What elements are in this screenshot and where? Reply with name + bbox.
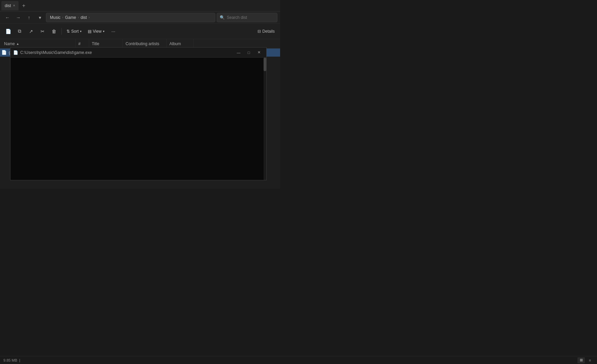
active-tab[interactable]: dist ×: [1, 1, 19, 10]
breadcrumb-music[interactable]: Music: [49, 15, 61, 20]
share-button[interactable]: ↗: [26, 26, 36, 37]
breadcrumb-dist[interactable]: dist: [80, 15, 88, 20]
forward-icon: →: [16, 15, 21, 20]
new-tab-button[interactable]: +: [19, 1, 29, 10]
new-item-button[interactable]: 📄: [3, 26, 13, 37]
toolbar: 📄 ⧉ ↗ ✂ 🗑 ⇅ Sort ▾ ▤ View ▾ ··· ⊟: [0, 24, 280, 39]
copy-button[interactable]: ⧉: [14, 26, 25, 37]
back-button[interactable]: ←: [3, 13, 12, 22]
chevron-icon-3: ›: [88, 16, 89, 19]
col-hash-label: #: [78, 41, 81, 46]
breadcrumb[interactable]: Music › Game › dist ›: [46, 13, 215, 22]
col-header-album[interactable]: Album: [167, 39, 194, 48]
status-indicator: |: [19, 358, 20, 362]
sort-icon: ⇅: [66, 29, 70, 34]
view-icon: ▤: [88, 29, 91, 34]
sub-window-title: 📄 C:\Users\hp\Music\Game\dist\game.exe: [13, 50, 92, 55]
maximize-button[interactable]: □: [244, 49, 253, 56]
breadcrumb-game[interactable]: Game: [64, 15, 77, 20]
col-name-label: Name: [4, 41, 15, 46]
status-bar: 9.85 MB | ⊞ ≡: [0, 356, 597, 364]
up-button[interactable]: ↑: [24, 13, 34, 22]
list-view-icon: ≡: [589, 358, 591, 362]
sub-window: 📄 C:\Users\hp\Music\Game\dist\game.exe —…: [10, 47, 267, 180]
sub-window-path: C:\Users\hp\Music\Game\dist\game.exe: [20, 50, 92, 55]
new-icon: 📄: [5, 29, 11, 34]
col-header-title[interactable]: Title: [89, 39, 123, 48]
search-input[interactable]: [227, 15, 274, 20]
sub-window-titlebar: 📄 C:\Users\hp\Music\Game\dist\game.exe —…: [10, 48, 266, 58]
delete-button[interactable]: 🗑: [49, 26, 59, 37]
details-label: Details: [262, 29, 275, 34]
view-chevron-icon: ▾: [103, 30, 105, 33]
sort-chevron-icon: ▾: [80, 30, 82, 33]
sort-arrow-icon: ▲: [16, 42, 19, 46]
col-album-label: Album: [169, 41, 181, 46]
status-right: ⊞ ≡: [577, 357, 594, 363]
scrollbar-thumb[interactable]: [264, 58, 266, 71]
view-label: View: [93, 29, 102, 34]
share-icon: ↗: [29, 29, 33, 34]
scrollbar-track[interactable]: [264, 58, 266, 180]
chevron-icon-1: ›: [62, 16, 63, 19]
sort-label: Sort: [71, 29, 79, 34]
cut-button[interactable]: ✂: [37, 26, 48, 37]
cut-icon: ✂: [40, 29, 45, 34]
details-button[interactable]: ⊟ Details: [255, 26, 277, 37]
status-left: 9.85 MB |: [3, 358, 20, 362]
status-size: 9.85 MB: [3, 358, 17, 362]
close-button[interactable]: ✕: [254, 49, 264, 56]
nav-bar: ← → ↑ ▾ Music › Game › dist › 🔍: [0, 11, 280, 24]
sub-window-content: [10, 58, 266, 180]
search-bar[interactable]: 🔍: [217, 13, 277, 22]
file-icon: 📄: [1, 50, 7, 55]
more-icon: ···: [111, 29, 115, 34]
details-panel-icon: ⊟: [257, 29, 261, 34]
col-title-label: Title: [92, 41, 99, 46]
tab-title: dist: [5, 3, 11, 8]
sub-window-controls: — □ ✕: [234, 49, 264, 56]
sort-button[interactable]: ⇅ Sort ▾: [64, 26, 84, 37]
col-header-hash[interactable]: #: [76, 39, 89, 48]
sub-window-file-icon: 📄: [13, 50, 18, 55]
up-icon: ↑: [28, 15, 30, 20]
back-icon: ←: [5, 15, 10, 20]
recent-icon: ▾: [39, 15, 41, 20]
view-button[interactable]: ▤ View ▾: [85, 26, 107, 37]
delete-icon: 🗑: [52, 29, 56, 34]
more-button[interactable]: ···: [108, 26, 119, 37]
minimize-button[interactable]: —: [234, 49, 243, 56]
separator-1: [61, 28, 62, 35]
col-contributing-label: Contributing artists: [126, 41, 159, 46]
chevron-icon-2: ›: [78, 16, 79, 19]
recent-button[interactable]: ▾: [35, 13, 45, 22]
tab-bar: dist × +: [0, 0, 280, 11]
search-icon: 🔍: [220, 15, 225, 20]
copy-icon: ⧉: [18, 28, 21, 34]
explorer-window: dist × + ← → ↑ ▾ Music › Game › dist › 🔍: [0, 0, 280, 189]
col-header-contributing[interactable]: Contributing artists: [123, 39, 167, 48]
tab-close-icon[interactable]: ×: [13, 4, 15, 7]
forward-button[interactable]: →: [13, 13, 23, 22]
col-header-name[interactable]: Name ▲: [1, 39, 76, 48]
grid-view-button[interactable]: ⊞: [577, 357, 585, 363]
grid-view-icon: ⊞: [580, 358, 583, 362]
list-view-button[interactable]: ≡: [586, 357, 594, 363]
